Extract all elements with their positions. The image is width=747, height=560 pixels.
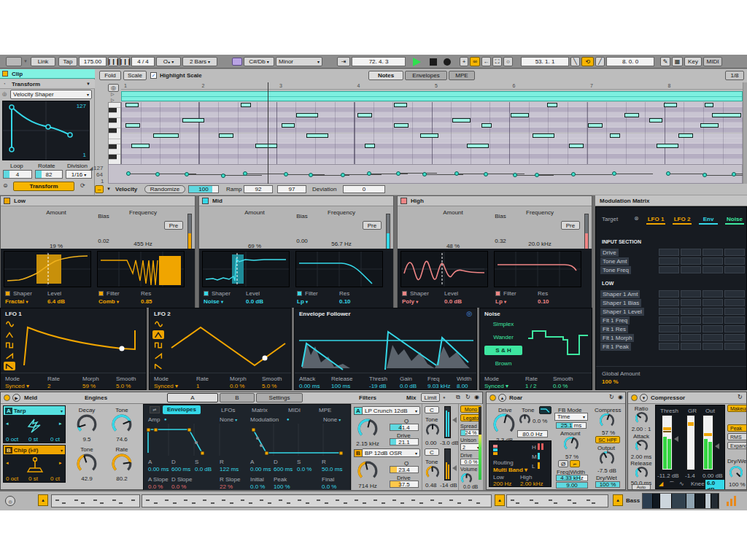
filter-b-freq-knob[interactable] [357,461,378,481]
scrollbar-right[interactable] [743,82,747,184]
device-on-button[interactable] [631,394,638,401]
filter-a-drive-field[interactable]: 21.1 [390,438,419,446]
matrix-cell[interactable] [659,325,679,332]
matrix-cell[interactable] [703,334,723,341]
engine-b-knob2[interactable] [112,454,132,474]
mix-a-tone-knob[interactable] [425,423,440,438]
lfo-wave-triangle-icon[interactable] [152,330,164,339]
lfo-wave-triangle-icon[interactable] [4,330,15,339]
filter-a-type-select[interactable]: LP Crunch 12dB▾ [362,406,420,415]
midi-note[interactable] [547,103,557,107]
routing-icon[interactable]: ⧉ [456,394,460,401]
device-chain-overview[interactable] [642,493,719,509]
ratio-knob[interactable] [635,411,649,425]
noise-smooth-value[interactable]: 0.0 % [553,383,568,389]
midi-map-button[interactable]: MIDI [703,57,722,66]
randomize-button[interactable]: Randomize [144,185,185,193]
punch-out-icon[interactable]: ╱ [595,57,605,66]
loop-start-field[interactable]: 53. 1. 1 [521,57,569,66]
adsr-value[interactable]: 0.00 ms [148,466,169,472]
midi-note[interactable] [657,144,678,148]
band-header[interactable]: Low [1,196,195,206]
midi-note[interactable] [394,123,409,128]
matrix-cell[interactable] [659,343,679,350]
frequency-value[interactable]: 56.7 Hz [320,241,363,247]
filter-a-q-field[interactable]: 41.4 [390,424,419,431]
punch-in-icon[interactable]: ╲ [570,57,580,66]
level-value[interactable]: 0.0 dB [246,298,263,305]
mix-a-level-value[interactable]: -3.0 dB [440,440,459,446]
velocity-marker[interactable] [155,172,160,176]
peak-button[interactable]: Peak [727,424,747,432]
session-overdub-icon[interactable]: ∞ [470,57,480,66]
midi-note[interactable] [624,113,639,117]
ramp-to-field[interactable]: 97 [277,185,306,193]
frequency-value[interactable]: 455 Hz [122,241,164,247]
envf-param-value[interactable]: 100 ms [331,383,350,389]
tempo-field[interactable]: 175.00 [79,57,107,66]
env-extra-value[interactable]: 0.0 % [148,483,163,490]
engine-b-knob2-value[interactable]: 80.2 [106,475,138,482]
rms-button[interactable]: RMS [727,433,747,440]
matrix-cell[interactable] [724,316,745,324]
velocity-marker[interactable] [309,173,313,177]
shaper-display[interactable] [4,251,91,287]
velocity-marker[interactable] [185,172,189,176]
loop-marker-icon[interactable]: ▷ [111,91,115,96]
frequency-value[interactable]: 20.0 kHz [519,241,561,247]
clip-overview-2[interactable] [142,494,492,508]
makeup-button[interactable]: Makeup [727,405,747,412]
subtab-envelopes[interactable]: Envelopes [163,405,201,414]
noise-mode-value[interactable]: Synced ▾ [484,383,508,389]
fold-button[interactable]: Fold [99,71,121,80]
routing-value[interactable]: Multi Band ▾ [493,467,527,473]
midi-note[interactable] [182,118,204,122]
velocity-marker[interactable] [221,174,225,178]
lfo-wave-square-icon[interactable] [152,341,164,349]
envf-param-value[interactable]: 9.03 kHz [427,383,451,389]
velocity-marker[interactable] [484,172,488,176]
velocity-marker[interactable] [243,171,247,176]
matrix-cell[interactable] [724,249,745,256]
release-knob[interactable] [635,466,649,480]
chevron-down-icon[interactable]: ▼ [23,59,28,63]
midi-note-grid[interactable] [121,102,743,164]
lfo-wave-square-icon[interactable] [4,341,15,349]
velocity-marker[interactable] [571,172,576,176]
midi-note[interactable] [365,144,375,148]
filter-type-select[interactable]: Lp ▾ [297,298,308,305]
beat-ruler[interactable]: 12345678 [121,82,743,90]
volume-value[interactable]: 0.0 dB [463,484,478,489]
piano-key[interactable] [109,118,117,123]
band-enable-checkbox[interactable] [400,198,407,204]
res-value[interactable]: 0.10 [339,298,351,305]
matrix-target-lfo1[interactable]: LFO 1 [644,216,667,222]
engine-a-knob2-value[interactable]: 74.6 [106,436,138,443]
shaper-type-select[interactable]: Noise ▾ [204,298,223,305]
adsr-value[interactable]: 0.0 dB [195,466,212,472]
subtab-lfos[interactable]: LFOs [221,407,236,413]
back-to-arrangement-icon[interactable]: ← [481,57,491,66]
matrix-cell[interactable] [681,299,701,306]
device-thumbnail[interactable] [711,494,719,508]
midi-note[interactable] [219,133,233,138]
fold-device-icon[interactable]: ▲ [498,394,506,402]
save-preset-icon[interactable]: ◉ [474,394,479,400]
velocity-marker[interactable] [732,172,736,176]
level-value[interactable]: 6.4 dB [47,298,65,305]
midi-note[interactable] [467,144,489,148]
filter-type-select[interactable]: Comb ▾ [98,298,119,305]
matrix-cell[interactable] [724,325,745,332]
mod-route[interactable]: None ▾ [323,416,341,423]
compressor-title-bar[interactable]: ▼ Compressor ↻ [628,392,746,404]
clip-chooser-button-2[interactable]: ▲ [495,494,505,506]
filter-b-type-select[interactable]: BP 12dB OSR▾ [362,448,420,457]
velocity-marker[interactable] [341,173,345,177]
bias-value[interactable]: 0.02 [91,238,116,244]
matrix-cell[interactable] [724,343,745,350]
matrix-cell[interactable] [703,266,723,273]
groove-amount-select[interactable]: 2 Bars▾ [182,57,217,66]
target-icon[interactable]: ◎ [466,310,472,317]
transform-apply-button[interactable]: Transform [13,182,74,191]
mix-b-level-value[interactable]: -14 dB [440,482,457,489]
